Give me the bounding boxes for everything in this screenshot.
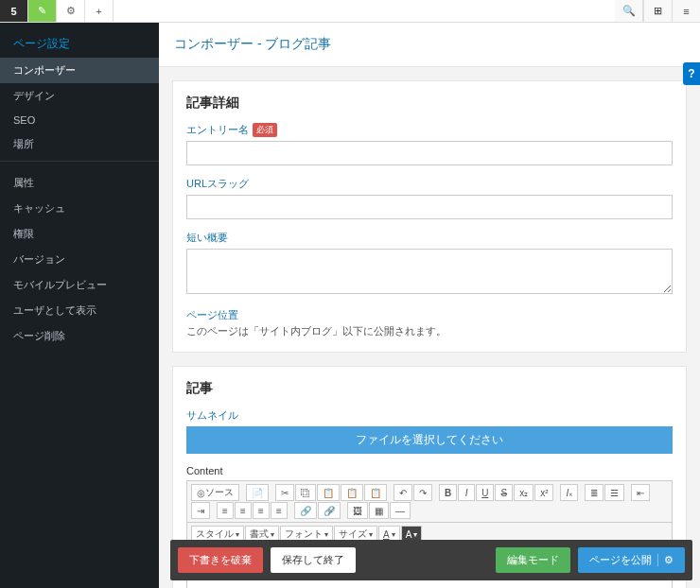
cut-icon[interactable]: ✂	[275, 484, 294, 501]
unlink-icon[interactable]: 🔗̸	[318, 502, 341, 519]
url-input[interactable]	[114, 0, 615, 22]
sidebar: ページ設定 コンポーザー デザイン SEO 場所 属性 キャッシュ 権限 バージ…	[0, 23, 159, 588]
required-badge: 必須	[253, 123, 277, 137]
menu-button[interactable]: ≡	[672, 0, 700, 22]
summary-label: 短い概要	[186, 231, 673, 245]
align-justify-icon[interactable]: ≡	[271, 502, 288, 519]
help-icon[interactable]: ?	[683, 62, 700, 85]
sidebar-item-attributes[interactable]: 属性	[0, 170, 159, 196]
topbar: 5 ✎ ⚙ + 🔍 ⊞ ≡	[0, 0, 700, 23]
bold-icon[interactable]: B	[439, 484, 457, 501]
app-logo-button[interactable]: 5	[0, 0, 28, 22]
sidebar-item-permissions[interactable]: 権限	[0, 221, 159, 247]
align-left-icon[interactable]: ≡	[217, 502, 234, 519]
discard-draft-button[interactable]: 下書きを破棄	[178, 547, 263, 573]
edit-mode-button[interactable]: 編集モード	[496, 547, 570, 573]
sidebar-item-view-as-user[interactable]: ユーザとして表示	[0, 298, 159, 323]
page-location-text: このページは「サイト内ブログ」以下に公開されます。	[186, 324, 673, 338]
add-button[interactable]: +	[85, 0, 114, 22]
sidebar-separator	[0, 161, 159, 170]
url-slug-input[interactable]	[186, 195, 673, 219]
subscript-icon[interactable]: x₂	[514, 484, 534, 501]
underline-icon[interactable]: U	[476, 484, 494, 501]
superscript-icon[interactable]: x²	[534, 484, 553, 501]
paste-icon[interactable]: 📋	[317, 484, 340, 501]
paste-text-icon[interactable]: 📋	[341, 484, 363, 501]
table-icon[interactable]: ▦	[369, 502, 389, 519]
footer-actions: 下書きを破棄 保存して終了 編集モード ページを公開 ⚙	[170, 540, 692, 580]
save-exit-button[interactable]: 保存して終了	[271, 547, 356, 573]
publish-button[interactable]: ページを公開 ⚙	[578, 547, 685, 573]
article-heading: 記事	[186, 380, 673, 397]
search-button[interactable]: 🔍	[615, 0, 643, 22]
sidebar-item-page-settings[interactable]: ページ設定	[0, 30, 159, 58]
editor-toolbar-row1: ◎ ソース 📄 ✂ ⿻ 📋 📋 📋 ↶ ↷ B I U S	[187, 481, 672, 523]
new-icon[interactable]: 📄	[246, 484, 269, 501]
section-details: 記事詳細 エントリー名 必須 URLスラッグ 短い概要 ページ位置 このページは…	[172, 80, 687, 353]
entry-name-label: エントリー名 必須	[186, 123, 673, 137]
remove-format-icon[interactable]: Iₓ	[560, 484, 578, 501]
page-location-label: ページ位置	[186, 308, 673, 322]
indent-icon[interactable]: ⇥	[191, 502, 210, 519]
paste-word-icon[interactable]: 📋	[364, 484, 387, 501]
link-icon[interactable]: 🔗	[294, 502, 317, 519]
outdent-icon[interactable]: ⇤	[631, 484, 650, 501]
dashboard-button[interactable]: ⊞	[643, 0, 672, 22]
numbered-list-icon[interactable]: ≣	[585, 484, 604, 501]
edit-button[interactable]: ✎	[28, 0, 57, 22]
sidebar-item-composer[interactable]: コンポーザー	[0, 58, 159, 83]
source-button[interactable]: ◎ ソース	[191, 484, 239, 501]
details-heading: 記事詳細	[186, 95, 673, 112]
align-center-icon[interactable]: ≡	[235, 502, 252, 519]
sidebar-item-cache[interactable]: キャッシュ	[0, 196, 159, 221]
main-panel: コンポーザー - ブログ記事 ? 記事詳細 エントリー名 必須 URLスラッグ …	[159, 23, 700, 588]
sidebar-item-seo[interactable]: SEO	[0, 109, 159, 131]
summary-textarea[interactable]	[186, 249, 673, 294]
sidebar-item-versions[interactable]: バージョン	[0, 247, 159, 272]
entry-name-input[interactable]	[186, 141, 673, 165]
settings-button[interactable]: ⚙	[57, 0, 85, 22]
sidebar-item-delete-page[interactable]: ページ削除	[0, 323, 159, 349]
copy-icon[interactable]: ⿻	[295, 484, 316, 501]
image-icon[interactable]: 🖼	[347, 502, 368, 519]
sidebar-item-design[interactable]: デザイン	[0, 83, 159, 109]
file-select-button[interactable]: ファイルを選択してください	[186, 426, 673, 454]
content-label: Content	[186, 465, 673, 476]
strike-icon[interactable]: S	[495, 484, 513, 501]
bulleted-list-icon[interactable]: ☰	[604, 484, 624, 501]
sidebar-item-mobile-preview[interactable]: モバイルプレビュー	[0, 272, 159, 298]
redo-icon[interactable]: ↷	[413, 484, 432, 501]
undo-icon[interactable]: ↶	[394, 484, 412, 501]
sidebar-item-location[interactable]: 場所	[0, 131, 159, 157]
align-right-icon[interactable]: ≡	[253, 502, 270, 519]
url-slug-label: URLスラッグ	[186, 177, 673, 191]
page-title: コンポーザー - ブログ記事	[159, 23, 700, 67]
publish-settings-icon[interactable]: ⚙	[657, 554, 674, 566]
italic-icon[interactable]: I	[458, 484, 475, 501]
thumbnail-label: サムネイル	[186, 408, 673, 423]
hr-icon[interactable]: —	[390, 502, 411, 519]
